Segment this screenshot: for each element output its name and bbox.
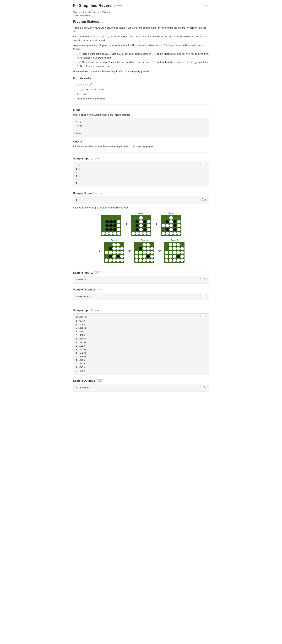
sample-output-1-title: Sample Output 1	[73, 192, 95, 195]
arrow-2: ➔	[154, 222, 158, 226]
output-desc: Print how many black stones there are on…	[73, 144, 209, 148]
sample-input-3-value: 176527 15 1 81279 2 22388 2 133861 1 807…	[76, 316, 206, 373]
viz-query2: Query2	[161, 212, 181, 236]
copy-sample-input-1-btn[interactable]: Copy	[200, 163, 208, 166]
viz-row-2: ➔ Query3 ➔ Query4 ➔ Query 5	[73, 239, 209, 263]
viz-query4-grid	[134, 242, 154, 263]
flag-area: ● / EN	[204, 4, 209, 7]
flag-ja[interactable]: ●	[204, 4, 205, 6]
sample-output-2-block: Copy 39999200004	[73, 292, 209, 300]
arrow-4: ➔	[128, 248, 131, 253]
constraint-1: 3 ≤ N ≤ 2 × 105	[77, 83, 209, 87]
constraints-heading: Constraints	[73, 76, 209, 81]
copy-sample-output-2-btn[interactable]: Copy	[200, 294, 208, 297]
viz-query5: Query 5	[164, 239, 184, 263]
sample-input-1-value: 5 5 1 3 2 3 1 4 2 2 1 2	[76, 164, 206, 185]
sample-output-3-header: Sample Output 3 Copy	[73, 379, 209, 382]
sample-input-2-value: 200000 0	[76, 278, 206, 282]
sample-input-1-header: Sample Input 1 Copy	[73, 157, 209, 160]
viz-query5-label: Query 5	[171, 239, 178, 241]
input-format-block: N Q Query1 ⋮ QueryQ	[73, 118, 209, 137]
constraint-2: 0 ≤ Q ≤ min(2N − 4, 2 × 105)	[77, 88, 209, 92]
viz-query3-grid	[104, 242, 124, 263]
viz-query4-label: Query4	[141, 239, 148, 241]
sample-output-1-block: Copy 1	[73, 196, 209, 204]
page-header: F - Simplified Reversi Editorial ● / EN	[73, 3, 209, 10]
copy-sample-output-1-btn[interactable]: Copy	[200, 198, 208, 200]
grid-visualization: ➔ Query1 ➔ Query2	[73, 212, 209, 263]
sample-input-3-header: Sample Input 3 Copy	[73, 309, 209, 312]
query-list: '1 x': Place a white stone on (1, x). Af…	[77, 52, 209, 68]
ps-p2: Each of the central (N − 2) × (N − 2) sq…	[73, 35, 209, 42]
viz-query4: Query4	[134, 239, 154, 263]
input-format-text: N Q Query1 ⋮ QueryQ	[76, 121, 82, 134]
flag-en[interactable]: EN	[206, 4, 209, 6]
copy-sample-input-1-inline[interactable]: Copy	[94, 157, 101, 160]
copy-sample-output-3-inline[interactable]: Copy	[96, 380, 103, 382]
divider-3	[73, 266, 209, 267]
viz-query5-grid	[164, 242, 184, 263]
divider-1	[73, 104, 209, 105]
sample-input-2-title: Sample Input 2	[73, 271, 93, 274]
input-desc: Input is given from Standard Input in th…	[73, 113, 209, 116]
viz-row-1: ➔ Query1 ➔ Query2	[73, 212, 209, 236]
query-type-1: '1 x': Place a white stone on (1, x). Af…	[77, 52, 209, 60]
copy-sample-input-3-inline[interactable]: Copy	[94, 309, 101, 312]
copy-sample-input-2-inline[interactable]: Copy	[94, 272, 101, 274]
sample-output-2-title: Sample Output 2	[73, 288, 95, 291]
sample-output-3-block: Copy 31159505795	[73, 384, 209, 392]
divider-2	[73, 152, 209, 152]
viz-query1: Query1	[131, 212, 151, 236]
viz-query2-label: Query2	[168, 212, 174, 214]
sample-output-2-header: Sample Output 2 Copy	[73, 288, 209, 291]
sample-input-1-title: Sample Input 1	[73, 157, 93, 160]
ps-p3: Q queries are given. We ask you to proce…	[73, 44, 209, 51]
viz-query1-label: Query1	[138, 212, 144, 214]
arrow-5: ➔	[158, 248, 161, 253]
viz-initial-label	[110, 212, 111, 214]
page-title: F - Simplified Reversi	[73, 3, 112, 8]
viz-initial-grid	[101, 216, 121, 236]
problem-statement-heading: Problem Statement	[73, 20, 209, 24]
meta-limits: Time Limit: 2 sec / Memory Limit: 1024 M…	[73, 11, 209, 14]
viz-query1-grid	[131, 216, 151, 236]
sample-input-2-header: Sample Input 2 Copy	[73, 271, 209, 274]
flag-separator: /	[205, 4, 206, 7]
editorial-badge: Editorial	[114, 4, 123, 7]
constraint-3: 2 ≤ x ≤ N − 1	[77, 92, 209, 96]
ps-p1: There is a grid with N rows and N column…	[73, 26, 209, 34]
sample-input-2-block: Copy 200000 0	[73, 276, 209, 284]
constraints-list: 3 ≤ N ≤ 2 × 105 0 ≤ Q ≤ min(2N − 4, 2 × …	[77, 83, 209, 101]
sample-output-2-value: 39999200004	[76, 295, 206, 298]
viz-query3: Query3	[104, 239, 124, 263]
arrow-1: ➔	[124, 222, 128, 226]
score-line: Score : 600 points	[73, 14, 209, 16]
viz-query2-grid	[161, 216, 181, 236]
sample-output-3-title: Sample Output 3	[73, 379, 95, 382]
copy-sample-input-3-btn[interactable]: Copy	[200, 315, 208, 318]
output1-explanation: After each query, the grid changes in th…	[73, 206, 209, 210]
copy-sample-output-1-inline[interactable]: Copy	[96, 192, 103, 195]
sample-output-1-header: Sample Output 1 Copy	[73, 192, 209, 195]
sample-input-1-block: Copy 5 5 1 3 2 3 1 4 2 2 1 2	[73, 162, 209, 187]
arrow-left-3: ➔	[98, 248, 101, 253]
query-type-2: '2 x': Place a white stone on (x, 1). Af…	[77, 60, 209, 68]
viz-initial	[101, 212, 121, 236]
copy-sample-input-2-btn[interactable]: Copy	[200, 277, 208, 280]
constraint-4: Queries are pairwise distinct.	[77, 97, 209, 101]
sample-input-3-title: Sample Input 3	[73, 309, 93, 312]
ps-p4: How many black stones are there on the g…	[73, 70, 209, 73]
sample-output-3-value: 31159505795	[76, 386, 206, 390]
output-heading: Output	[73, 140, 209, 143]
sample-output-1-value: 1	[76, 198, 206, 202]
copy-sample-output-3-btn[interactable]: Copy	[200, 385, 208, 388]
viz-query3-label: Query3	[111, 239, 118, 241]
copy-sample-output-2-inline[interactable]: Copy	[96, 288, 103, 291]
sample-input-3-block: Copy 176527 15 1 81279 2 22388 2 133861 …	[73, 314, 209, 375]
input-heading: Input	[73, 108, 209, 112]
